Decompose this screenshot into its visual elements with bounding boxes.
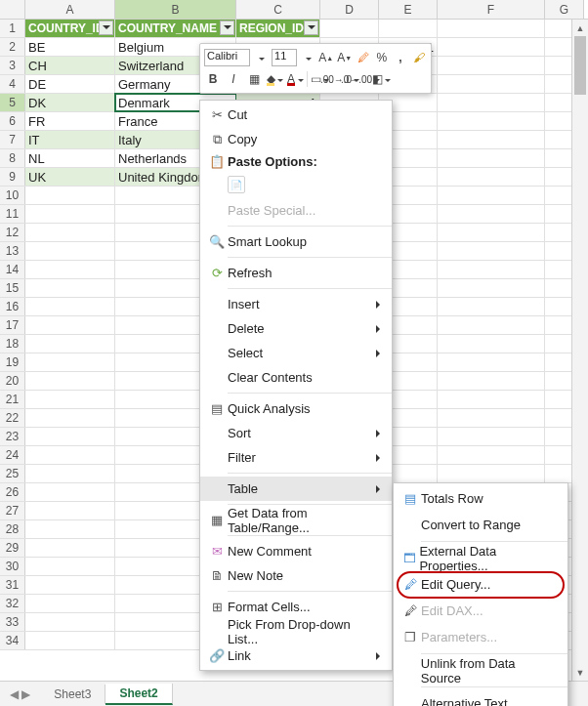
row-header-14[interactable]: 14 xyxy=(0,261,25,278)
cell-A1[interactable]: COUNTRY_ID xyxy=(25,20,115,37)
menu-new-note[interactable]: 🗎New Note xyxy=(200,563,392,588)
cell-A31[interactable] xyxy=(25,576,115,594)
cell-A18[interactable] xyxy=(25,335,115,353)
submenu-unlink[interactable]: Unlink from Data Source xyxy=(394,657,567,684)
row-header-4[interactable]: 4 xyxy=(0,75,25,93)
row-header-23[interactable]: 23 xyxy=(0,428,25,445)
row-header-17[interactable]: 17 xyxy=(0,316,25,334)
row-header-1[interactable]: 1 xyxy=(0,20,25,37)
row-header-28[interactable]: 28 xyxy=(0,520,25,538)
cell-A22[interactable] xyxy=(25,409,115,427)
row-header-30[interactable]: 30 xyxy=(0,558,25,575)
increase-font-icon[interactable]: A▲ xyxy=(318,49,334,66)
sheet-tab-sheet2[interactable]: Sheet2 xyxy=(105,684,172,705)
cell-A23[interactable] xyxy=(25,428,115,445)
row-header-15[interactable]: 15 xyxy=(0,279,25,297)
menu-clear-contents[interactable]: Clear Contents xyxy=(200,365,392,390)
cell-A21[interactable] xyxy=(25,391,115,408)
cell-A14[interactable] xyxy=(25,261,115,278)
cell-F11[interactable] xyxy=(438,205,545,223)
cell-F10[interactable] xyxy=(438,187,545,204)
row-header-10[interactable]: 10 xyxy=(0,187,25,204)
row-header-27[interactable]: 27 xyxy=(0,502,25,519)
cell-F8[interactable] xyxy=(438,149,545,167)
cell-A24[interactable] xyxy=(25,446,115,464)
row-header-32[interactable]: 32 xyxy=(0,595,25,612)
cell-E1[interactable] xyxy=(379,20,438,37)
menu-table[interactable]: Table xyxy=(200,477,392,501)
cell-A30[interactable] xyxy=(25,558,115,575)
col-header-C[interactable]: C xyxy=(236,0,320,19)
cell-D1[interactable] xyxy=(320,20,379,37)
font-color-icon[interactable]: A xyxy=(286,70,304,88)
row-header-25[interactable]: 25 xyxy=(0,465,25,482)
cell-A26[interactable] xyxy=(25,483,115,501)
cell-A6[interactable]: FR xyxy=(25,112,115,130)
increase-decimal-icon[interactable]: .0→.00 xyxy=(352,70,369,88)
menu-quick-analysis[interactable]: ▤Quick Analysis xyxy=(200,396,392,421)
cell-A10[interactable] xyxy=(25,187,115,204)
row-header-13[interactable]: 13 xyxy=(0,242,25,260)
cell-A5[interactable]: DK xyxy=(25,94,115,111)
cell-A34[interactable] xyxy=(25,632,115,649)
cell-F7[interactable] xyxy=(438,131,545,148)
select-all-corner[interactable] xyxy=(0,0,25,19)
filter-button-C[interactable] xyxy=(304,21,318,35)
row-header-19[interactable]: 19 xyxy=(0,353,25,371)
col-header-B[interactable]: B xyxy=(115,0,236,19)
cell-B1[interactable]: COUNTRY_NAME xyxy=(115,20,236,37)
cell-F1[interactable] xyxy=(438,20,545,37)
cell-A32[interactable] xyxy=(25,595,115,612)
menu-smart-lookup[interactable]: 🔍Smart Lookup xyxy=(200,229,392,254)
cell-A20[interactable] xyxy=(25,372,115,390)
cell-F14[interactable] xyxy=(438,261,545,278)
menu-refresh[interactable]: ⟳Refresh xyxy=(200,261,392,285)
cell-A2[interactable]: BE xyxy=(25,38,115,56)
submenu-edit-query[interactable]: 🖉Edit Query... xyxy=(394,571,567,598)
col-header-A[interactable]: A xyxy=(25,0,115,19)
cell-A8[interactable]: NL xyxy=(25,149,115,167)
cell-A28[interactable] xyxy=(25,520,115,538)
format-painter-icon[interactable]: 🖌 xyxy=(411,49,427,66)
borders-icon[interactable]: ▦ xyxy=(245,70,263,88)
cell-F16[interactable] xyxy=(438,298,545,315)
row-header-24[interactable]: 24 xyxy=(0,446,25,464)
col-header-G[interactable]: G xyxy=(545,0,584,19)
row-header-29[interactable]: 29 xyxy=(0,539,25,557)
menu-format-cells[interactable]: ⊞Format Cells... xyxy=(200,595,392,619)
font-picker-dropdown-icon[interactable] xyxy=(253,49,269,66)
row-header-2[interactable]: 2 xyxy=(0,38,25,56)
row-header-31[interactable]: 31 xyxy=(0,576,25,594)
cell-F25[interactable] xyxy=(438,465,545,482)
italic-icon[interactable]: I xyxy=(225,70,242,88)
cell-F3[interactable] xyxy=(438,57,545,74)
row-header-33[interactable]: 33 xyxy=(0,613,25,631)
menu-sort[interactable]: Sort xyxy=(200,421,392,445)
menu-select[interactable]: Select xyxy=(200,341,392,365)
row-header-34[interactable]: 34 xyxy=(0,632,25,649)
row-header-20[interactable]: 20 xyxy=(0,372,25,390)
filter-button-A[interactable] xyxy=(99,21,113,35)
cell-A19[interactable] xyxy=(25,353,115,371)
col-header-D[interactable]: D xyxy=(320,0,379,19)
row-header-22[interactable]: 22 xyxy=(0,409,25,427)
menu-link[interactable]: 🔗Link xyxy=(200,644,392,668)
cell-A11[interactable] xyxy=(25,205,115,223)
sheet-nav-arrows[interactable]: ◀ ▶ xyxy=(0,687,40,701)
cell-A17[interactable] xyxy=(25,316,115,334)
cell-A4[interactable]: DE xyxy=(25,75,115,93)
row-header-8[interactable]: 8 xyxy=(0,149,25,167)
submenu-alt-text[interactable]: Alternative Text... xyxy=(394,690,567,706)
sheet-tab-sheet3[interactable]: Sheet3 xyxy=(40,685,105,704)
cell-F19[interactable] xyxy=(438,353,545,371)
cell-F12[interactable] xyxy=(438,224,545,241)
decrease-font-icon[interactable]: A▼ xyxy=(337,49,353,66)
cell-A16[interactable] xyxy=(25,298,115,315)
submenu-external-data-properties[interactable]: 🗔External Data Properties... xyxy=(394,545,567,571)
cell-F23[interactable] xyxy=(438,428,545,445)
col-header-F[interactable]: F xyxy=(438,0,545,19)
filter-button-B[interactable] xyxy=(220,21,234,35)
cell-A33[interactable] xyxy=(25,613,115,631)
menu-copy[interactable]: ⧉Copy xyxy=(200,127,392,151)
submenu-convert-to-range[interactable]: Convert to Range xyxy=(394,512,567,538)
